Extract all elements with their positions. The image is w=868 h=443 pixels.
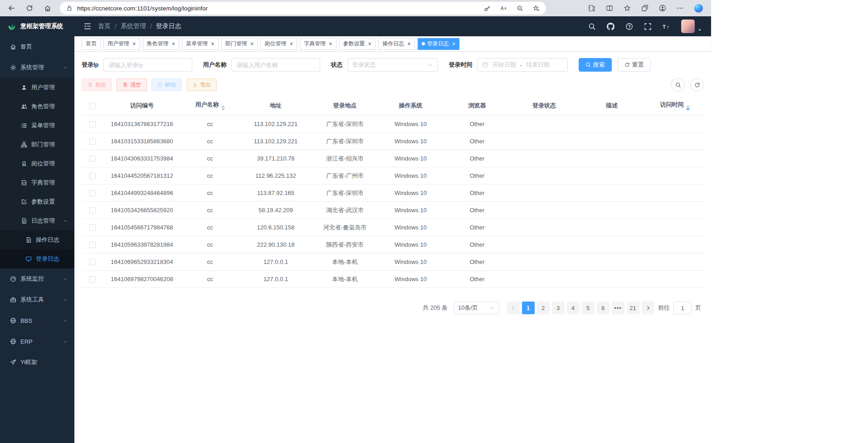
tab-0[interactable]: 首页 — [82, 38, 101, 50]
favorites-icon[interactable] — [624, 5, 631, 12]
more-icon[interactable] — [677, 5, 684, 12]
sidebar-item-post[interactable]: 岗位管理 — [0, 154, 74, 173]
pager-page-2[interactable]: 2 — [537, 302, 550, 314]
row-checkbox[interactable] — [89, 276, 96, 282]
collections-icon[interactable] — [641, 5, 649, 12]
sidebar-item-home[interactable]: 首页 — [0, 36, 74, 57]
font-size-icon[interactable]: TT — [663, 23, 670, 30]
breadcrumb-item[interactable]: 首页 — [98, 22, 111, 30]
github-icon[interactable] — [607, 23, 614, 30]
sidebar-item-dept[interactable]: 部门管理 — [0, 135, 74, 154]
sidebar-item-dict[interactable]: 字典管理 — [0, 173, 74, 192]
header-search-icon[interactable] — [588, 23, 596, 30]
pager-page-3[interactable]: 3 — [552, 302, 565, 314]
row-checkbox[interactable] — [89, 121, 96, 127]
read-aloud-icon[interactable]: A — [500, 5, 507, 12]
back-icon[interactable] — [5, 1, 18, 15]
row-checkbox[interactable] — [89, 242, 96, 248]
sidebar-item-role[interactable]: 角色管理 — [0, 97, 74, 116]
close-icon[interactable]: × — [172, 40, 176, 47]
export-button[interactable]: 导出 — [186, 78, 217, 91]
tab-3[interactable]: 菜单管理× — [182, 38, 219, 50]
help-icon[interactable] — [625, 23, 633, 30]
sidebar-item-monitor[interactable]: 系统监控 — [0, 268, 74, 289]
goto-page-input[interactable] — [673, 302, 692, 314]
reset-button[interactable]: 重置 — [618, 58, 651, 72]
sidebar-item-operlog[interactable]: 操作日志 — [0, 230, 74, 249]
next-page-button[interactable] — [642, 302, 654, 314]
collapse-sidebar-icon[interactable] — [83, 22, 92, 30]
tab-7[interactable]: 参数设置× — [339, 38, 376, 50]
pager-page-1[interactable]: 1 — [522, 302, 535, 314]
close-icon[interactable]: × — [289, 40, 293, 47]
home-icon[interactable] — [41, 1, 54, 15]
pager-page-21[interactable]: 21 — [627, 302, 639, 314]
sort-icon[interactable] — [686, 105, 690, 111]
pager-page-4[interactable]: 4 — [567, 302, 580, 314]
tab-1[interactable]: 用户管理× — [103, 38, 140, 50]
row-checkbox[interactable] — [89, 138, 96, 145]
sidebar-item-yi[interactable]: Yi框架 — [0, 352, 74, 373]
tab-9[interactable]: 登录日志× — [418, 38, 460, 50]
url-text[interactable]: https://ccnetcore.com:1101/system/log/lo… — [77, 5, 484, 12]
column-header[interactable]: 访问时间 — [646, 96, 704, 116]
extensions-icon[interactable] — [588, 5, 595, 12]
sidebar-item-menu[interactable]: 菜单管理 — [0, 116, 74, 135]
close-icon[interactable]: × — [211, 40, 215, 47]
row-checkbox[interactable] — [89, 224, 96, 231]
pager-page-5[interactable]: 5 — [582, 302, 595, 314]
close-icon[interactable]: × — [329, 40, 332, 47]
sidebar-item-system[interactable]: 系统管理 — [0, 57, 74, 78]
key-icon[interactable] — [484, 5, 491, 12]
row-checkbox[interactable] — [89, 190, 96, 196]
pager-more[interactable]: ••• — [612, 302, 624, 314]
page-size-select[interactable]: 10条/页 — [454, 302, 499, 314]
toggle-search-button[interactable] — [671, 78, 685, 92]
close-icon[interactable]: × — [452, 40, 456, 47]
user-avatar-menu[interactable] — [681, 19, 702, 33]
sidebar-item-log[interactable]: 日志管理 — [0, 211, 74, 230]
tab-8[interactable]: 操作日志× — [378, 38, 415, 50]
profile-icon[interactable] — [659, 5, 666, 12]
row-checkbox[interactable] — [89, 156, 96, 162]
unlock-button[interactable]: 解锁 — [151, 78, 182, 91]
prev-page-button[interactable] — [507, 302, 520, 314]
tab-6[interactable]: 字典管理× — [300, 38, 336, 50]
breadcrumb-item[interactable]: 系统管理 — [121, 22, 146, 30]
site-security-icon[interactable] — [66, 5, 73, 11]
close-icon[interactable]: × — [250, 40, 254, 47]
close-icon[interactable]: × — [407, 40, 411, 47]
search-button[interactable]: 搜索 — [579, 58, 612, 72]
tab-5[interactable]: 岗位管理× — [260, 38, 297, 50]
sidebar-item-bbs[interactable]: BBS — [0, 310, 74, 331]
username-input[interactable] — [231, 58, 320, 72]
sidebar-item-tool[interactable]: 系统工具 — [0, 289, 74, 310]
row-checkbox[interactable] — [89, 207, 96, 214]
zoom-out-icon[interactable] — [517, 5, 523, 12]
row-checkbox[interactable] — [89, 259, 96, 265]
pager-page-6[interactable]: 6 — [597, 302, 610, 314]
sidebar-item-erp[interactable]: ERP — [0, 331, 74, 352]
login-ip-input[interactable] — [103, 58, 192, 72]
sort-icon[interactable] — [221, 105, 225, 111]
close-icon[interactable]: × — [368, 40, 372, 47]
fullscreen-icon[interactable] — [644, 23, 652, 30]
tab-2[interactable]: 角色管理× — [143, 38, 180, 50]
date-range-picker[interactable]: 开始日期 - 结束日期 — [477, 58, 568, 72]
status-select[interactable]: 登录状态 — [347, 58, 438, 72]
start-date-placeholder[interactable]: 开始日期 — [493, 61, 516, 69]
split-screen-icon[interactable] — [606, 5, 613, 12]
end-date-placeholder[interactable]: 结束日期 — [526, 61, 550, 69]
address-bar[interactable]: https://ccnetcore.com:1101/system/log/lo… — [60, 2, 546, 15]
copilot-icon[interactable] — [694, 4, 703, 13]
sidebar-item-param[interactable]: 参数设置 — [0, 192, 74, 211]
delete-button[interactable]: 删除 — [82, 78, 112, 91]
sidebar-item-user[interactable]: 用户管理 — [0, 78, 74, 97]
clear-button[interactable]: 清空 — [117, 78, 147, 91]
refresh-icon[interactable] — [23, 1, 36, 15]
favorite-add-icon[interactable] — [533, 5, 540, 12]
sidebar-item-loginlog[interactable]: 登录日志 — [0, 249, 74, 268]
row-checkbox[interactable] — [89, 173, 96, 179]
close-icon[interactable]: × — [132, 40, 136, 47]
select-all-checkbox[interactable] — [89, 103, 96, 109]
